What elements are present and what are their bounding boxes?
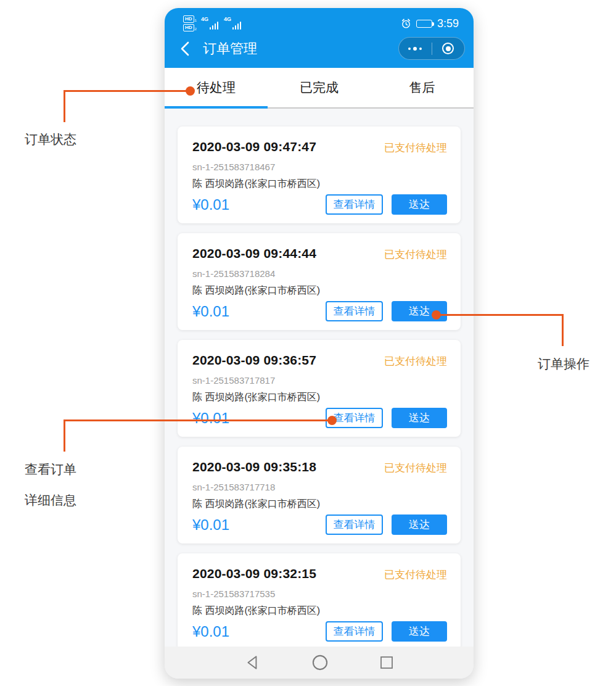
status-left-icons: HD 1 HD 2 4G 4G	[183, 15, 242, 31]
deliver-button[interactable]: 送达	[392, 514, 447, 535]
hd-label: HD	[183, 24, 194, 31]
more-menu-button[interactable]	[399, 38, 432, 59]
order-sn: sn-1-251583717817	[192, 375, 447, 386]
annotation-view-order: 查看订单	[25, 461, 76, 478]
order-time: 2020-03-09 09:44:44	[192, 246, 316, 261]
exit-icon	[442, 43, 454, 54]
android-nav-bar	[165, 647, 474, 679]
sim2-label: 2	[195, 27, 197, 31]
signal-icon: 4G	[201, 16, 220, 31]
order-status-badge: 已支付待处理	[384, 354, 447, 368]
order-address: 陈 西坝岗路(张家口市桥西区)	[192, 605, 447, 618]
tab-completed[interactable]: 已完成	[268, 68, 371, 107]
view-details-button[interactable]: 查看详情	[326, 301, 383, 321]
order-card: 2020-03-09 09:44:44 已支付待处理 sn-1-25158371…	[178, 233, 461, 330]
order-address: 陈 西坝岗路(张家口市桥西区)	[192, 498, 447, 511]
network-label: 4G	[224, 16, 231, 22]
screenshot-stage: HD 1 HD 2 4G 4G	[0, 0, 616, 686]
view-details-button[interactable]: 查看详情	[326, 621, 383, 642]
tab-pending[interactable]: 待处理	[165, 68, 268, 107]
order-tabs: 待处理 已完成 售后	[165, 68, 474, 109]
annotation-line	[64, 90, 65, 122]
order-price: ¥0.01	[192, 303, 229, 320]
hd2-icon: HD 2	[183, 24, 197, 31]
nav-home-icon[interactable]	[311, 654, 329, 671]
order-status-badge: 已支付待处理	[384, 247, 447, 262]
nav-recent-icon[interactable]	[379, 655, 394, 670]
status-time: 3:59	[437, 17, 459, 30]
alarm-icon	[401, 19, 411, 29]
order-price: ¥0.01	[192, 623, 229, 640]
network-label: 4G	[201, 16, 208, 22]
signal-icon: 4G	[224, 16, 242, 31]
annotation-line	[64, 419, 65, 452]
order-time: 2020-03-09 09:35:18	[192, 460, 316, 474]
hd-badges: HD 1 HD 2	[183, 15, 197, 31]
nav-back-icon[interactable]	[245, 655, 261, 671]
status-bar: HD 1 HD 2 4G 4G	[165, 8, 474, 35]
exit-button[interactable]	[432, 38, 465, 59]
signal-bars	[232, 22, 241, 30]
ellipsis-icon	[408, 47, 422, 51]
page-title: 订单管理	[203, 39, 398, 58]
order-time: 2020-03-09 09:32:15	[192, 566, 316, 581]
order-address: 陈 西坝岗路(张家口市桥西区)	[192, 391, 447, 404]
order-time: 2020-03-09 09:36:57	[192, 353, 316, 368]
back-icon[interactable]	[178, 41, 192, 57]
miniprogram-capsule	[398, 37, 465, 60]
order-time: 2020-03-09 09:47:47	[192, 139, 316, 154]
annotation-order-action: 订单操作	[538, 355, 589, 373]
order-price: ¥0.01	[192, 196, 229, 213]
order-address: 陈 西坝岗路(张家口市桥西区)	[192, 178, 447, 191]
order-status-badge: 已支付待处理	[384, 461, 447, 475]
status-right-icons: 3:59	[401, 17, 459, 30]
annotation-line	[437, 314, 564, 316]
tab-aftersale[interactable]: 售后	[371, 68, 474, 107]
order-price: ¥0.01	[192, 410, 229, 427]
view-details-button[interactable]: 查看详情	[326, 194, 383, 215]
order-list[interactable]: 2020-03-09 09:47:47 已支付待处理 sn-1-25158371…	[165, 109, 474, 647]
order-status-badge: 已支付待处理	[384, 141, 447, 155]
hd-label: HD	[183, 15, 194, 23]
nav-bar: 订单管理	[165, 35, 474, 68]
order-price: ¥0.01	[192, 516, 229, 534]
order-card: 2020-03-09 09:32:15 已支付待处理 sn-1-25158371…	[178, 553, 461, 647]
order-status-badge: 已支付待处理	[384, 568, 447, 582]
deliver-button[interactable]: 送达	[392, 408, 447, 428]
sim1-label: 1	[195, 19, 197, 23]
app-header: HD 1 HD 2 4G 4G	[165, 8, 474, 68]
annotation-line	[64, 419, 333, 421]
order-sn: sn-1-251583717718	[192, 482, 447, 492]
deliver-button[interactable]: 送达	[392, 621, 447, 642]
battery-icon	[416, 20, 432, 28]
annotation-line	[64, 90, 191, 92]
hd1-icon: HD 1	[183, 15, 197, 23]
annotation-order-status: 订单状态	[25, 131, 76, 148]
annotation-detail-info: 详细信息	[25, 492, 76, 509]
order-card: 2020-03-09 09:35:18 已支付待处理 sn-1-25158371…	[178, 447, 461, 543]
order-sn: sn-1-251583718284	[192, 268, 447, 279]
deliver-button[interactable]: 送达	[392, 194, 447, 215]
order-card: 2020-03-09 09:36:57 已支付待处理 sn-1-25158371…	[178, 340, 461, 437]
order-address: 陈 西坝岗路(张家口市桥西区)	[192, 284, 447, 297]
phone-screenshot: HD 1 HD 2 4G 4G	[165, 8, 474, 679]
order-sn: sn-1-251583717535	[192, 589, 447, 599]
view-details-button[interactable]: 查看详情	[326, 514, 383, 535]
signal-bars	[210, 22, 218, 30]
order-sn: sn-1-251583718467	[192, 162, 447, 172]
order-card: 2020-03-09 09:47:47 已支付待处理 sn-1-25158371…	[178, 126, 461, 223]
annotation-line	[562, 314, 564, 346]
